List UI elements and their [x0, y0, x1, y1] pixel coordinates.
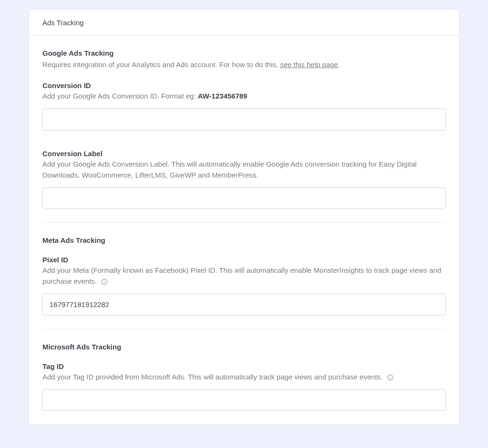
pixel-id-desc: Add your Meta (Formally known as Faceboo… — [42, 265, 446, 287]
tag-id-input[interactable] — [42, 389, 446, 411]
conversion-label-label: Conversion Label — [42, 149, 446, 158]
pixel-id-input[interactable] — [42, 294, 446, 316]
google-heading: Google Ads Tracking — [42, 49, 446, 57]
svg-point-1 — [104, 280, 105, 281]
conversion-id-format: AW-123456789 — [198, 92, 247, 100]
meta-heading: Meta Ads Tracking — [42, 236, 446, 244]
google-desc-post: . — [338, 60, 340, 69]
microsoft-heading: Microsoft Ads Tracking — [42, 343, 446, 351]
google-description: Requires integration of your Analytics a… — [42, 59, 446, 70]
svg-point-4 — [390, 376, 391, 377]
pixel-id-block: Pixel ID Add your Meta (Formally known a… — [42, 256, 446, 316]
conversion-label-input[interactable] — [42, 187, 446, 209]
tag-id-label: Tag ID — [42, 362, 446, 370]
panel-title: Ads Tracking — [29, 10, 459, 36]
conversion-id-input[interactable] — [42, 109, 446, 130]
info-icon[interactable] — [101, 278, 108, 286]
ads-tracking-panel: Ads Tracking Google Ads Tracking Require… — [29, 10, 459, 425]
info-icon[interactable] — [386, 374, 394, 381]
google-desc-pre: Requires integration of your Analytics a… — [42, 60, 280, 69]
tag-id-desc: Add your Tag ID provided from Microsoft … — [42, 371, 446, 382]
meta-ads-section: Meta Ads Tracking Pixel ID Add your Meta… — [42, 236, 446, 316]
conversion-id-label: Conversion ID — [42, 81, 446, 90]
tag-id-desc-text: Add your Tag ID provided from Microsoft … — [42, 373, 383, 381]
conversion-id-block: Conversion ID Add your Google Ads Conver… — [42, 81, 446, 130]
section-divider — [42, 329, 446, 329]
section-divider — [42, 222, 446, 223]
help-page-link[interactable]: see this help page — [280, 60, 338, 69]
conversion-id-desc: Add your Google Ads Conversion ID. Forma… — [42, 90, 446, 101]
conversion-id-desc-pre: Add your Google Ads Conversion ID. Forma… — [42, 92, 198, 100]
tag-id-block: Tag ID Add your Tag ID provided from Mic… — [42, 362, 446, 411]
conversion-label-block: Conversion Label Add your Google Ads Con… — [42, 149, 446, 209]
google-ads-section: Google Ads Tracking Requires integration… — [42, 49, 446, 209]
conversion-label-desc: Add your Google Ads Conversion Label. Th… — [42, 159, 446, 181]
pixel-id-label: Pixel ID — [42, 256, 446, 264]
panel-body: Google Ads Tracking Requires integration… — [29, 36, 459, 424]
microsoft-ads-section: Microsoft Ads Tracking Tag ID Add your T… — [42, 343, 446, 411]
